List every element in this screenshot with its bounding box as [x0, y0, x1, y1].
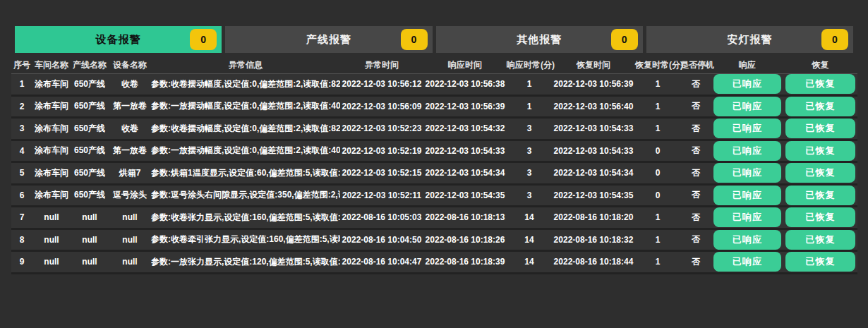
responded-button[interactable]: 已响应 [713, 97, 781, 116]
table-row: 9 null null null 参数:一放张力显示,设定值:120,偏差范围:… [11, 252, 857, 274]
responded-button[interactable]: 已响应 [713, 186, 781, 205]
cell-respond-action: 已响应 [711, 252, 783, 272]
column-header: 序号 [11, 59, 32, 71]
cell-is-stopped: 否 [680, 100, 711, 112]
table-row: 3 涂布车间 650产线 收卷 参数:收卷摆动幅度,设定值:0,偏差范围:2,读… [11, 119, 857, 141]
cell-recover-action: 已恢复 [783, 119, 857, 138]
cell-device-name: null [109, 212, 151, 222]
cell-recovery-time: 2022-12-03 10:54:33 [552, 123, 635, 133]
cell-recover-action: 已恢复 [783, 97, 857, 116]
cell-response-minutes: 1 [507, 102, 552, 111]
tab-alarm-category[interactable]: 设备报警 0 [15, 26, 222, 53]
cell-workshop-name: 涂布车间 [32, 189, 71, 201]
cell-exception-message: 参数:逗号涂头右间隙显示,设定值:350,偏差范围:2,读取值:1200 [151, 189, 340, 201]
cell-response-time: 2022-08-16 10:18:13 [423, 212, 507, 222]
recovered-button[interactable]: 已恢复 [785, 74, 855, 94]
cell-recovery-minutes: 1 [635, 212, 680, 222]
responded-button[interactable]: 已响应 [713, 163, 781, 183]
recovered-button[interactable]: 已恢复 [785, 207, 855, 227]
recovered-button[interactable]: 已恢复 [785, 119, 855, 138]
cell-is-stopped: 否 [680, 78, 711, 90]
cell-recover-action: 已恢复 [783, 141, 857, 161]
cell-recovery-minutes: 1 [635, 257, 680, 267]
cell-is-stopped: 否 [680, 212, 711, 224]
cell-recovery-time: 2022-12-03 10:54:34 [552, 168, 635, 178]
cell-device-name: 收卷 [109, 78, 151, 90]
cell-line-name: 650产线 [71, 100, 109, 112]
cell-recovery-time: 2022-12-03 10:54:35 [552, 190, 635, 200]
cell-device-name: null [109, 257, 151, 267]
cell-seq-no: 2 [11, 102, 32, 111]
cell-device-name: 逗号涂头 [109, 189, 151, 201]
cell-line-name: null [71, 257, 109, 267]
cell-response-time: 2022-08-16 10:18:39 [423, 257, 507, 267]
cell-exception-message: 参数:收卷摆动幅度,设定值:0,偏差范围:2,读取值:82.953 [151, 123, 340, 135]
cell-recovery-minutes: 1 [635, 102, 680, 111]
cell-respond-action: 已响应 [711, 141, 783, 161]
cell-line-name: null [71, 212, 109, 222]
cell-respond-action: 已响应 [711, 207, 783, 227]
recovered-button[interactable]: 已恢复 [785, 186, 855, 205]
column-header: 产线名称 [71, 59, 109, 71]
cell-is-stopped: 否 [680, 123, 711, 135]
responded-button[interactable]: 已响应 [713, 119, 781, 138]
cell-recovery-minutes: 1 [635, 123, 680, 133]
cell-exception-message: 参数:一放摆动幅度,设定值:0,偏差范围:2,读取值:40.691 [151, 100, 340, 112]
cell-line-name: 650产线 [71, 145, 109, 157]
cell-exception-time: 2022-12-03 10:52:19 [340, 146, 423, 156]
alarm-count-badge: 0 [821, 29, 848, 50]
responded-button[interactable]: 已响应 [713, 207, 781, 227]
recovered-button[interactable]: 已恢复 [785, 141, 855, 161]
cell-workshop-name: 涂布车间 [32, 123, 71, 135]
cell-seq-no: 7 [11, 212, 32, 222]
cell-seq-no: 8 [11, 235, 32, 245]
cell-exception-time: 2022-08-16 10:04:50 [340, 235, 423, 245]
cell-response-minutes: 1 [507, 79, 552, 89]
cell-workshop-name: null [32, 235, 71, 245]
cell-exception-time: 2022-08-16 10:05:03 [340, 212, 423, 222]
cell-respond-action: 已响应 [711, 119, 783, 138]
recovered-button[interactable]: 已恢复 [785, 230, 855, 250]
cell-response-time: 2022-12-03 10:54:34 [423, 168, 507, 178]
cell-response-minutes: 14 [507, 212, 552, 222]
cell-exception-message: 参数:一放摆动幅度,设定值:0,偏差范围:2,读取值:40.581 [151, 145, 340, 157]
cell-exception-time: 2022-12-03 10:52:23 [340, 123, 423, 133]
cell-recover-action: 已恢复 [783, 186, 857, 205]
column-header: 异常信息 [151, 59, 340, 71]
cell-recovery-time: 2022-08-16 10:18:44 [552, 257, 635, 267]
tab-alarm-category[interactable]: 产线报警 0 [225, 26, 432, 53]
recovered-button[interactable]: 已恢复 [785, 252, 855, 272]
cell-device-name: 第一放卷 [109, 145, 151, 157]
cell-workshop-name: 涂布车间 [32, 78, 71, 90]
table-row: 7 null null null 参数:收卷张力显示,设定值:160,偏差范围:… [11, 207, 857, 230]
cell-response-minutes: 3 [507, 190, 552, 200]
cell-seq-no: 5 [11, 168, 32, 178]
cell-recovery-time: 2022-08-16 10:18:20 [552, 212, 635, 222]
table-row: 6 涂布车间 650产线 逗号涂头 参数:逗号涂头右间隙显示,设定值:350,偏… [11, 186, 857, 208]
tab-label: 其他报警 [517, 33, 562, 47]
column-header: 响应 [711, 59, 783, 71]
alarm-count-badge: 0 [401, 29, 428, 50]
tab-label: 安灯报警 [727, 33, 772, 47]
responded-button[interactable]: 已响应 [713, 252, 781, 272]
recovered-button[interactable]: 已恢复 [785, 163, 855, 183]
table-row: 2 涂布车间 650产线 第一放卷 参数:一放摆动幅度,设定值:0,偏差范围:2… [11, 97, 857, 119]
responded-button[interactable]: 已响应 [713, 74, 781, 94]
column-header: 恢复时间 [552, 59, 635, 71]
cell-exception-time: 2022-08-16 10:04:47 [340, 257, 423, 267]
cell-recover-action: 已恢复 [783, 207, 857, 227]
cell-recover-action: 已恢复 [783, 163, 857, 183]
tab-alarm-category[interactable]: 安灯报警 0 [646, 26, 853, 53]
recovered-button[interactable]: 已恢复 [785, 97, 855, 116]
cell-seq-no: 9 [11, 257, 32, 267]
column-header: 是否停机 [680, 59, 711, 71]
cell-device-name: 烘箱7 [109, 167, 151, 179]
tab-alarm-category[interactable]: 其他报警 0 [436, 26, 643, 53]
cell-device-name: 收卷 [109, 123, 151, 135]
responded-button[interactable]: 已响应 [713, 230, 781, 250]
cell-exception-time: 2022-12-03 10:52:11 [340, 190, 423, 200]
cell-line-name: 650产线 [71, 167, 109, 179]
cell-is-stopped: 否 [680, 189, 711, 201]
responded-button[interactable]: 已响应 [713, 141, 781, 161]
cell-recovery-minutes: 1 [635, 79, 680, 89]
